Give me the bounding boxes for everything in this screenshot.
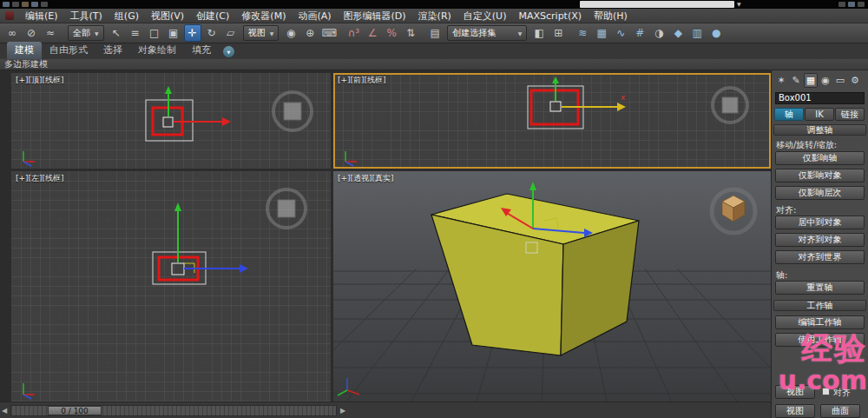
bind-to-spacewarp-icon[interactable]: ≈: [42, 24, 59, 42]
affect-object-only-button[interactable]: 仅影响对象: [775, 169, 865, 182]
align-to-object-button[interactable]: 对齐到对象: [775, 233, 865, 247]
menu-tools[interactable]: 工具(T): [64, 10, 108, 23]
keyboard-override-icon[interactable]: ⌨: [320, 24, 338, 42]
menu-customize[interactable]: 自定义(U): [457, 10, 513, 23]
rendered-frame-icon[interactable]: ▥: [688, 24, 706, 42]
place-pivot-surface-button[interactable]: 曲面: [820, 404, 860, 418]
open-file-icon[interactable]: [12, 2, 19, 7]
pivot-tab[interactable]: 轴: [774, 108, 804, 121]
object-name-field[interactable]: Box001: [775, 92, 865, 104]
snap-toggle-3d-icon[interactable]: ∩³: [345, 24, 362, 42]
render-setup-icon[interactable]: ◆: [669, 24, 687, 42]
menu-help[interactable]: 帮助(H): [588, 10, 634, 23]
select-and-move-icon[interactable]: ✛: [184, 24, 201, 42]
align-view-button[interactable]: 视图: [775, 385, 815, 399]
select-and-manipulate-icon[interactable]: ⊕: [301, 24, 319, 42]
time-slider-track[interactable]: 0 / 100: [10, 405, 337, 416]
menu-modifiers[interactable]: 修改器(M): [235, 10, 292, 23]
select-and-rotate-icon[interactable]: ↻: [203, 24, 220, 42]
viewcube[interactable]: [713, 88, 747, 123]
reference-coordinate-dropdown[interactable]: 视图 ▼: [243, 25, 279, 41]
link-info-tab[interactable]: 链接: [835, 108, 865, 121]
menu-create[interactable]: 创建(C): [190, 10, 235, 23]
app-menu-icon[interactable]: [5, 11, 14, 20]
tab-selection[interactable]: 选择: [95, 42, 130, 59]
viewport-top-label[interactable]: [+][顶][线框]: [16, 75, 64, 86]
center-to-object-button[interactable]: 居中到对象: [775, 216, 865, 229]
affect-hierarchy-only-button[interactable]: 仅影响层次: [775, 186, 865, 200]
tab-populate[interactable]: 填充: [184, 42, 219, 59]
edit-named-sets-icon[interactable]: ▤: [426, 24, 444, 42]
viewport-top[interactable]: [+][顶][线框]: [11, 73, 331, 169]
prev-frame-icon[interactable]: ◀: [2, 407, 7, 415]
box-object[interactable]: [431, 194, 639, 355]
window-crossing-icon[interactable]: ▣: [165, 24, 182, 42]
angle-snap-icon[interactable]: ∠: [364, 24, 381, 42]
viewcube[interactable]: [712, 189, 755, 233]
tab-object-paint[interactable]: 对象绘制: [130, 42, 184, 59]
material-editor-icon[interactable]: ◑: [650, 24, 667, 42]
graphite-toggle-icon[interactable]: ▦: [593, 24, 610, 42]
save-file-icon[interactable]: [22, 2, 29, 7]
menu-animation[interactable]: 动画(A): [292, 10, 337, 23]
align-checkbox-label[interactable]: 对齐: [833, 387, 851, 399]
working-pivot-rollout-header[interactable]: 工作轴: [773, 300, 866, 311]
time-slider-handle[interactable]: 0 / 100: [48, 406, 102, 415]
select-and-link-icon[interactable]: ∞: [3, 24, 21, 42]
menu-maxscript[interactable]: MAXScript(X): [512, 10, 588, 22]
ribbon-config-button[interactable]: ▼: [223, 46, 234, 57]
move-gizmo[interactable]: [165, 86, 231, 126]
mirror-icon[interactable]: ◧: [530, 24, 548, 42]
motion-tab-icon[interactable]: ◉: [819, 73, 832, 88]
place-pivot-view-button[interactable]: 视图: [775, 404, 815, 418]
viewport-front[interactable]: [+][前][线框] x: [333, 73, 771, 169]
menu-graph-editors[interactable]: 图形编辑器(D): [338, 10, 412, 23]
selection-filter-dropdown[interactable]: 全部 ▼: [68, 25, 104, 41]
new-scene-icon[interactable]: [3, 2, 10, 7]
curve-editor-icon[interactable]: ∿: [612, 24, 629, 42]
align-to-world-button[interactable]: 对齐到世界: [775, 250, 865, 264]
hierarchy-tab-icon[interactable]: ▦: [804, 73, 818, 88]
use-pivot-center-icon[interactable]: ◉: [282, 24, 299, 42]
viewport-left-label[interactable]: [+][左][线框]: [16, 173, 64, 184]
viewport-front-label[interactable]: [+][前][线框]: [338, 75, 386, 86]
select-by-name-icon[interactable]: ≡: [127, 24, 144, 42]
unlink-selection-icon[interactable]: ⊘: [23, 24, 40, 42]
workspace-caret-icon[interactable]: ▼: [737, 1, 741, 8]
info-center-icon[interactable]: [838, 2, 845, 7]
tab-freeform[interactable]: 自由形式: [42, 42, 95, 59]
viewport-left[interactable]: [+][左][线框]: [11, 171, 331, 401]
select-object-icon[interactable]: ↖: [108, 24, 125, 42]
redo-icon[interactable]: [41, 2, 48, 7]
create-tab-icon[interactable]: ✶: [774, 73, 788, 88]
utilities-tab-icon[interactable]: ⚙: [848, 73, 862, 88]
menu-group[interactable]: 组(G): [108, 10, 145, 23]
layer-manager-icon[interactable]: ≋: [574, 24, 591, 42]
move-gizmo[interactable]: x: [552, 76, 626, 111]
polygon-modeling-panel-label[interactable]: 多边形建模: [4, 58, 48, 70]
menu-rendering[interactable]: 渲染(R): [412, 10, 457, 23]
schematic-view-icon[interactable]: #: [631, 24, 648, 42]
edit-working-pivot-button[interactable]: 编辑工作轴: [775, 315, 865, 329]
rectangular-selection-icon[interactable]: □: [146, 24, 163, 42]
help-icon[interactable]: [848, 2, 855, 7]
align-checkbox[interactable]: [822, 388, 830, 395]
workspace-selector[interactable]: [580, 1, 734, 8]
percent-snap-icon[interactable]: %: [383, 24, 400, 42]
viewcube[interactable]: [267, 189, 306, 228]
affect-pivot-only-button[interactable]: 仅影响轴: [775, 151, 865, 165]
viewport-perspective[interactable]: [+][透视][真实]: [333, 171, 771, 401]
reset-pivot-button[interactable]: 重置轴: [775, 281, 865, 295]
modify-tab-icon[interactable]: ✎: [789, 73, 803, 88]
render-production-icon[interactable]: ●: [707, 24, 725, 42]
ik-tab[interactable]: IK: [805, 108, 834, 121]
move-gizmo[interactable]: [174, 202, 248, 273]
use-working-pivot-button[interactable]: 使用工作轴: [775, 333, 865, 347]
adjust-pivot-rollout-header[interactable]: 调整轴: [773, 124, 866, 136]
spinner-snap-icon[interactable]: ⇅: [402, 24, 419, 42]
viewcube[interactable]: [273, 92, 312, 130]
display-tab-icon[interactable]: ▭: [833, 73, 847, 88]
menu-views[interactable]: 视图(V): [145, 10, 190, 23]
viewport-perspective-label[interactable]: [+][透视][真实]: [338, 173, 394, 184]
tab-modeling[interactable]: 建模: [7, 42, 42, 59]
